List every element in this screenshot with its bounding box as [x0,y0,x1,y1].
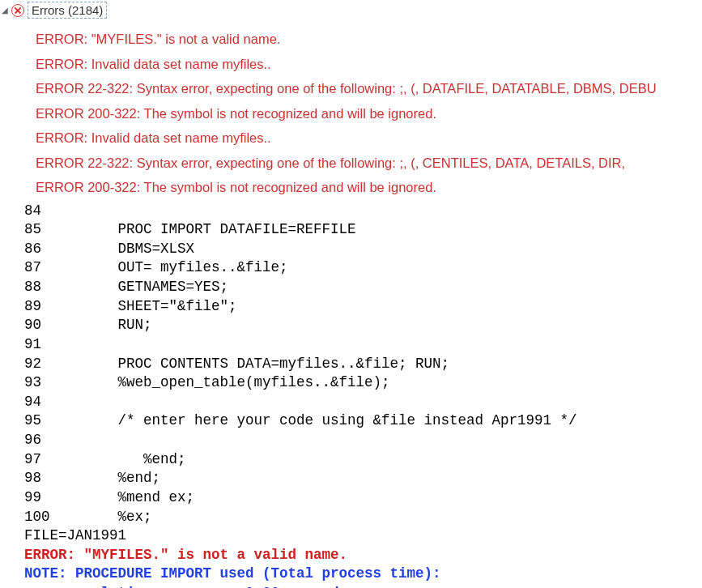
log-line: 100 %ex; [24,508,702,527]
log-line: 92 PROC CONTENTS DATA=myfiles..&file; RU… [24,355,702,374]
error-line: ERROR 200-322: The symbol is not recogni… [36,175,702,200]
log-line: 87 OUT= myfiles..&file; [24,258,702,278]
log-line: ERROR: "MYFILES." is not a valid name. [24,546,702,565]
log-line: FILE=JAN1991 [24,526,702,546]
log-line: 88 GETNAMES=YES; [24,278,702,297]
log-line: NOTE: PROCEDURE IMPORT used (Total proce… [24,565,702,584]
error-icon [11,4,24,17]
log-line: 84 [24,202,702,221]
error-line: ERROR 200-322: The symbol is not recogni… [36,101,702,126]
log-line: 97 %end; [24,450,702,470]
log-line: 96 [24,431,702,450]
log-line: 95 /* enter here your code using &file i… [24,411,702,431]
error-line: ERROR: "MYFILES." is not a valid name. [36,27,702,52]
log-line: 98 %end; [24,469,702,488]
error-line: ERROR 22-322: Syntax error, expecting on… [36,76,702,101]
log-output: 8485 PROC IMPORT DATAFILE=REFFILE86 DBMS… [0,200,702,588]
log-line: 91 [24,335,702,355]
log-line: 94 [24,393,702,412]
log-line: real time 0.00 seconds [24,584,702,588]
error-line: ERROR 22-322: Syntax error, expecting on… [36,151,702,176]
log-line: 93 %web_open_table(myfiles..&file); [24,373,702,393]
errors-header[interactable]: ◢ Errors (2184) [0,0,702,20]
log-line: 89 SHEET="&file"; [24,297,702,317]
error-line: ERROR: Invalid data set name myfiles.. [36,52,702,77]
log-line: 86 DBMS=XLSX [24,240,702,259]
collapse-arrow-icon[interactable]: ◢ [2,6,10,15]
log-line: 99 %mend ex; [24,488,702,508]
error-list: ERROR: "MYFILES." is not a valid name.ER… [0,20,702,200]
log-line: 85 PROC IMPORT DATAFILE=REFFILE [24,220,702,240]
errors-count-label: Errors (2184) [28,2,107,19]
log-line: 90 RUN; [24,316,702,335]
error-line: ERROR: Invalid data set name myfiles.. [36,126,702,151]
